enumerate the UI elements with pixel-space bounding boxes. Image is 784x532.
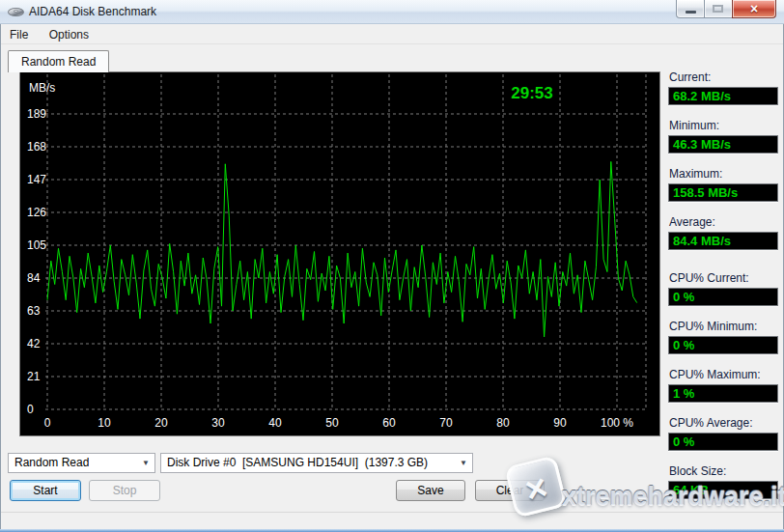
- svg-text:0: 0: [44, 416, 51, 430]
- svg-text:60: 60: [382, 416, 396, 430]
- maximize-icon: [713, 5, 723, 13]
- svg-text:21: 21: [27, 370, 41, 383]
- benchmark-chart: 0214263841051261471681890102030405060708…: [19, 71, 660, 436]
- svg-text:189: 189: [27, 107, 46, 121]
- stat-label: Current:: [669, 70, 778, 84]
- svg-text:42: 42: [27, 337, 41, 350]
- stat-label: Block Size:: [669, 464, 778, 478]
- stat-label: Maximum:: [669, 167, 778, 181]
- svg-text:50: 50: [325, 416, 339, 430]
- stat-cpu-minimum: CPU% Minimum: 0 %: [668, 320, 778, 354]
- menu-bar: File Options: [1, 25, 783, 44]
- app-window: AIDA64 Disk Benchmark × File Options Ran…: [0, 0, 784, 532]
- stop-button[interactable]: Stop: [89, 480, 160, 501]
- window-controls: ×: [676, 0, 776, 18]
- svg-text:10: 10: [98, 416, 111, 430]
- stat-label: CPU% Average:: [669, 416, 778, 430]
- close-icon: ×: [733, 1, 775, 17]
- menu-options[interactable]: Options: [41, 25, 98, 44]
- stat-value: 158.5 MB/s: [668, 183, 778, 202]
- svg-text:90: 90: [553, 416, 567, 430]
- tab-random-read[interactable]: Random Read: [8, 50, 109, 72]
- stat-value: 64 KB: [668, 481, 778, 499]
- svg-text:40: 40: [268, 416, 282, 430]
- stat-cpu-average: CPU% Average: 0 %: [668, 416, 778, 451]
- stat-maximum: Maximum: 158.5 MB/s: [668, 167, 778, 202]
- chevron-down-icon: ▼: [142, 454, 150, 473]
- title-bar[interactable]: AIDA64 Disk Benchmark ×: [0, 0, 784, 24]
- benchmark-type-select[interactable]: Random Read ▼: [8, 453, 155, 473]
- svg-text:70: 70: [439, 416, 453, 430]
- svg-text:80: 80: [496, 416, 510, 430]
- stat-cpu-current: CPU% Current: 0 %: [668, 271, 778, 306]
- stat-value: 1 %: [668, 384, 778, 403]
- svg-text:84: 84: [27, 271, 41, 285]
- menu-file[interactable]: File: [1, 25, 37, 44]
- svg-text:30: 30: [211, 416, 225, 430]
- stat-cpu-maximum: CPU% Maximum: 1 %: [668, 368, 778, 403]
- stat-label: CPU% Maximum:: [669, 368, 778, 381]
- svg-text:29:53: 29:53: [511, 84, 552, 102]
- stat-block-size: Block Size: 64 KB: [668, 464, 778, 499]
- minimize-button[interactable]: [676, 0, 705, 18]
- chevron-down-icon: ▼: [460, 454, 467, 473]
- stat-value: 84.4 MB/s: [668, 232, 778, 250]
- stat-label: Average:: [669, 215, 778, 229]
- svg-text:MB/s: MB/s: [29, 81, 55, 95]
- svg-text:100 %: 100 %: [601, 416, 633, 430]
- benchmark-chart-svg: 0214263841051261471681890102030405060708…: [20, 72, 659, 435]
- stat-label: CPU% Current:: [669, 271, 778, 285]
- clear-button[interactable]: Clear: [475, 480, 545, 501]
- stat-label: CPU% Minimum:: [669, 320, 778, 333]
- stat-label: Minimum:: [669, 119, 778, 132]
- stat-current: Current: 68.2 MB/s: [668, 70, 778, 105]
- window-title: AIDA64 Disk Benchmark: [29, 5, 156, 18]
- close-button[interactable]: ×: [732, 0, 776, 18]
- stat-average: Average: 84.4 MB/s: [668, 215, 778, 250]
- maximize-button[interactable]: [705, 0, 732, 18]
- stat-value: 0 %: [668, 336, 778, 354]
- svg-text:0: 0: [27, 403, 34, 416]
- save-button[interactable]: Save: [396, 480, 465, 501]
- minimize-icon: [686, 11, 696, 14]
- disk-hub: [14, 10, 18, 13]
- stat-value: 0 %: [668, 433, 778, 451]
- stats-panel: Current: 68.2 MB/s Minimum: 46.3 MB/s Ma…: [668, 70, 778, 513]
- svg-text:20: 20: [154, 416, 168, 430]
- svg-text:126: 126: [27, 206, 46, 219]
- status-bar: [1, 512, 783, 529]
- benchmark-type-value: Random Read: [14, 454, 89, 472]
- stat-value: 68.2 MB/s: [668, 87, 778, 105]
- svg-text:105: 105: [27, 238, 46, 252]
- start-button[interactable]: Start: [10, 480, 81, 501]
- svg-text:147: 147: [27, 173, 46, 186]
- svg-text:168: 168: [27, 140, 46, 154]
- stat-minimum: Minimum: 46.3 MB/s: [668, 119, 778, 154]
- disk-drive-select[interactable]: Disk Drive #0 [SAMSUNG HD154UI] (1397.3 …: [160, 453, 473, 473]
- app-icon disk-icon: [8, 6, 24, 18]
- stat-value: 0 %: [668, 288, 778, 306]
- stat-value: 46.3 MB/s: [668, 135, 778, 154]
- svg-text:63: 63: [27, 304, 41, 318]
- disk-drive-value: Disk Drive #0 [SAMSUNG HD154UI] (1397.3 …: [167, 454, 428, 472]
